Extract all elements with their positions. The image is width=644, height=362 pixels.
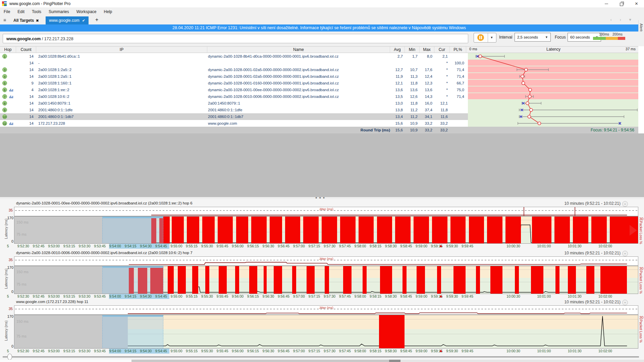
packet-loss-bar <box>414 217 429 244</box>
time-slider-track[interactable] <box>3 356 639 358</box>
jitter-scale-max: 35 <box>1 258 13 262</box>
menu-tools[interactable]: Tools <box>28 9 45 14</box>
menu-summaries[interactable]: Summaries <box>45 9 73 14</box>
tick-label: 9:59:00 <box>416 244 427 248</box>
hop-row-2[interactable]: 14-*100,0 <box>0 60 468 66</box>
hamburger-icon[interactable]: ≡ <box>3 18 9 22</box>
right-axis-label: Packet Loss % <box>639 221 643 244</box>
hop-row-9[interactable]: 9142001:4860:0:1::1dfe2001:4860:0:1::1df… <box>0 107 468 113</box>
pause-button-group[interactable]: ▼ <box>474 33 496 43</box>
tick-label: 9:53:15 <box>63 349 75 353</box>
hop-row-1[interactable]: 1142a00:1028:8b41:d0ca::1dynamic-2a00-10… <box>0 53 468 60</box>
hop-row-7[interactable]: 7142a00:1028:10:6::2dynamic-2a00-1028-00… <box>0 93 468 100</box>
timeline-plot-3[interactable]: 150 ms75 ms <box>14 315 638 349</box>
column-header-name[interactable]: Name <box>207 47 390 53</box>
menu-workspace[interactable]: Workspace <box>73 9 100 14</box>
tick-label: 9:53:30 <box>79 294 91 298</box>
tick-label: 9:56:30 <box>262 244 274 248</box>
cell-min <box>405 60 418 66</box>
horizontal-scrollbar[interactable] <box>0 360 644 362</box>
tick-label: 9:54:15 <box>124 294 136 298</box>
pause-button[interactable] <box>474 33 488 42</box>
packet-loss-bar <box>505 217 521 244</box>
packet-loss-bar <box>249 266 257 294</box>
tick-label: 9:56:30 <box>262 349 274 353</box>
graph-title-3: www.google.com (172.217.23.228) hop 11 <box>16 300 88 304</box>
menu-edit[interactable]: Edit <box>14 9 28 14</box>
tick-label: 9:54:15 <box>124 349 136 353</box>
minimize-button[interactable] <box>599 0 614 7</box>
tick-label: 9:57:30 <box>324 294 335 298</box>
hop-row-3[interactable]: 3142a00:1028:1:2a5::2dynamic-2a00-1028-0… <box>0 66 468 73</box>
cell-count: 14 <box>16 120 34 127</box>
latency-chart[interactable] <box>468 53 638 127</box>
graph-range-2[interactable]: 10 minutes (9:52:21 - 10:02:21) <box>565 251 621 255</box>
tick-label: 9:56:45 <box>278 294 289 298</box>
menu-help[interactable]: Help <box>100 9 116 14</box>
hop-row-8[interactable]: 8142a00:1450:8079::12a00:1450:8079::113,… <box>0 100 468 107</box>
hop-number-badge: 5 <box>2 81 7 85</box>
restore-button[interactable] <box>614 0 629 7</box>
column-header-hop[interactable]: Hop <box>0 47 16 53</box>
jitter-axis-label: Jitter (ms) <box>14 306 638 309</box>
time-slider-thumb[interactable] <box>7 354 12 360</box>
hop-row-5[interactable]: 592a00:1028:1:160::1dynamic-2a00-1028-00… <box>0 80 468 86</box>
hop-number-badge: 8 <box>2 101 7 106</box>
tab-scroll-arrows[interactable]: ‹ › ▾ <box>610 17 635 22</box>
hop-row-11[interactable]: 1114172.217.23.228www.google.com15,610,9… <box>0 120 468 127</box>
tick-label: 10:01:30 <box>568 349 582 353</box>
hop-row-6[interactable]: 642a00:1028:1:ee::2dynamic-2a00-1028-000… <box>0 86 468 93</box>
new-tab-button[interactable]: + <box>95 17 98 23</box>
timeline-graph-icon <box>9 88 13 92</box>
cell-min: 11,8 <box>405 100 418 107</box>
target-address-box[interactable]: www.google.com / 172.217.23.228 <box>3 34 468 43</box>
menu-file[interactable]: File <box>0 9 14 14</box>
cell-count: 14 <box>16 66 34 73</box>
column-header-cur[interactable]: Cur <box>434 47 450 53</box>
round-trip-row: Round Trip (ms) 15,610,933,233,2 Focus: … <box>0 127 638 133</box>
column-header-min[interactable]: Min <box>405 47 420 53</box>
column-header-ip[interactable]: IP <box>36 47 207 53</box>
column-header-avg[interactable]: Avg <box>390 47 405 53</box>
tab-all-targets[interactable]: All Targets✖ <box>11 16 41 24</box>
tick-label: 9:58:15 <box>370 349 381 353</box>
graph-range-1[interactable]: 10 minutes (9:52:21 - 10:02:21) <box>565 201 621 206</box>
close-tab-icon[interactable]: ✖ <box>36 19 39 22</box>
cell-avg: 2,7 <box>390 53 403 60</box>
tick-label: 9:53:00 <box>48 244 60 248</box>
column-header-max[interactable]: Max <box>420 47 434 53</box>
tick-label: 9:53:30 <box>79 349 91 353</box>
close-button[interactable]: ✕ <box>629 0 644 7</box>
hop-row-10[interactable]: 10142001:4860:0:1::1db72001:4860:0:1::1d… <box>0 113 468 120</box>
tick-label: 5 <box>7 294 9 298</box>
packet-loss-bar <box>402 266 407 294</box>
cell-avg: 13,5 <box>390 93 403 100</box>
cell-pl <box>450 120 464 127</box>
timeline-plot-2[interactable]: 150 ms75 ms <box>14 266 638 294</box>
tab-active-target[interactable]: www.google.com✔ <box>46 16 89 24</box>
tick-label: 9:59:45 <box>462 244 473 248</box>
packet-loss-bar <box>490 266 503 294</box>
tick-label: 9:59:45 <box>462 294 473 298</box>
tick-label: 10:01:00 <box>537 294 551 298</box>
interval-select[interactable]: 2,5 seconds▼ <box>515 33 551 42</box>
cell-cur: * <box>434 73 448 80</box>
tick-label: 9:52:45 <box>33 294 45 298</box>
cell-max: 14,3 <box>420 93 432 100</box>
range-dropdown-icon[interactable]: ⌄ <box>622 300 628 305</box>
jitter-axis-label: Jitter (ms) <box>14 257 638 260</box>
column-header-pl%[interactable]: PL% <box>450 47 466 53</box>
tick-label: 9:57:45 <box>339 349 351 353</box>
timeline-plot-1[interactable]: 150 ms75 ms <box>14 216 638 244</box>
hop-row-4[interactable]: 4142a00:1028:1:2a5::1dynamic-2a00-1028-0… <box>0 73 468 80</box>
pause-dropdown[interactable]: ▼ <box>488 33 496 42</box>
alert-triangle-marker: ▲ <box>439 348 443 353</box>
range-dropdown-icon[interactable]: ⌄ <box>622 251 628 256</box>
tick-label: 9:59:30 <box>446 349 458 353</box>
round-trip-min: 10,9 <box>405 127 418 133</box>
tick-label: 10:00:30 <box>506 294 520 298</box>
graph-range-3[interactable]: 10 minutes (9:52:21 - 10:02:21) <box>565 300 621 304</box>
range-dropdown-icon[interactable]: ⌄ <box>622 201 628 207</box>
column-header-count[interactable]: Count <box>16 47 36 53</box>
trace-grid: HopCountIPNameAvgMinMaxCurPL% 0 ms Laten… <box>0 46 644 133</box>
